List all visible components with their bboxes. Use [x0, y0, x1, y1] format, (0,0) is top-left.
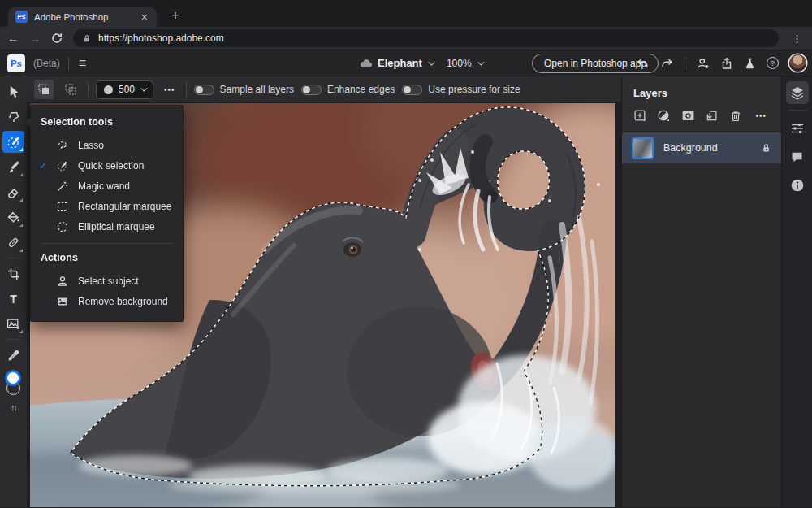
rail-separator	[788, 110, 807, 111]
check-icon: ✓	[39, 160, 56, 172]
layer-name: Background	[663, 142, 751, 154]
right-rail	[781, 76, 812, 507]
elliptical-marquee-icon	[56, 220, 78, 233]
sample-all-layers-toggle[interactable]: Sample all layers	[194, 84, 294, 95]
layers-rail-icon[interactable]	[786, 81, 809, 104]
comments-rail-icon[interactable]	[786, 145, 809, 168]
forward-icon[interactable]: →	[29, 33, 41, 44]
share-icon[interactable]	[720, 57, 733, 70]
lock-icon	[82, 33, 92, 44]
flyout-indicator	[19, 249, 23, 252]
add-image-tool[interactable]	[2, 313, 24, 335]
layer-lock-icon[interactable]	[761, 142, 771, 154]
refresh-icon[interactable]	[51, 33, 63, 44]
menu-item-rectangular-marquee[interactable]: Rectangular marquee	[31, 196, 183, 216]
help-icon[interactable]: ?	[767, 57, 779, 69]
adjustments-rail-icon[interactable]	[786, 117, 809, 140]
fill-tool[interactable]	[2, 206, 24, 228]
layer-mask-icon[interactable]	[681, 109, 695, 123]
undo-icon[interactable]	[636, 57, 650, 70]
layers-panel-title: Layers	[622, 76, 781, 108]
layers-actions: •••	[622, 108, 781, 132]
brush-tool[interactable]	[2, 156, 24, 178]
document-selector[interactable]: Elephant 100%	[358, 57, 482, 69]
lasso-tool[interactable]	[2, 106, 24, 128]
menu-item-lasso[interactable]: Lasso	[31, 135, 183, 155]
chevron-down-icon	[428, 59, 434, 65]
divider	[186, 82, 187, 97]
menu-item-elliptical-marquee[interactable]: Elliptical marquee	[31, 216, 183, 237]
flyout-indicator	[19, 173, 23, 176]
browser-tab[interactable]: Ps Adobe Photoshop ×	[8, 7, 157, 27]
toolbar-separator	[5, 258, 22, 258]
foreground-color-well[interactable]	[5, 370, 21, 386]
toggle-track[interactable]	[402, 85, 422, 95]
layer-row-background[interactable]: Background	[622, 132, 781, 163]
menu-item-magic-wand[interactable]: Magic wand	[31, 176, 183, 196]
menu-item-quick-selection[interactable]: ✓ Quick selection	[31, 155, 183, 176]
toolbar-separator	[5, 339, 22, 340]
user-avatar[interactable]	[789, 54, 806, 72]
delete-layer-icon[interactable]	[729, 110, 742, 123]
flyout-title: Selection tools	[31, 114, 183, 135]
subtract-from-selection-icon[interactable]	[61, 80, 80, 99]
lasso-icon	[56, 139, 78, 152]
invite-people-icon[interactable]	[696, 57, 710, 70]
menu-item-remove-background[interactable]: Remove background	[31, 291, 183, 311]
url-text: https://photoshop.adobe.com	[98, 33, 224, 44]
magic-wand-icon	[56, 180, 78, 193]
browser-address-bar: ← → https://photoshop.adobe.com ⋮	[0, 27, 812, 50]
eyedropper-tool[interactable]	[2, 344, 24, 366]
back-icon[interactable]: ←	[7, 33, 19, 44]
type-tool[interactable]: T	[2, 288, 24, 310]
more-options-icon[interactable]: •••	[161, 85, 179, 94]
flyout-indicator	[19, 148, 23, 151]
new-layer-icon[interactable]	[633, 109, 647, 123]
add-to-selection-icon[interactable]	[34, 80, 54, 99]
photoshop-favicon: Ps	[15, 11, 28, 23]
beaker-icon[interactable]	[744, 57, 756, 70]
info-rail-icon[interactable]	[786, 174, 809, 197]
menu-item-select-subject[interactable]: Select subject	[31, 271, 183, 291]
url-field[interactable]: https://photoshop.adobe.com	[73, 29, 779, 47]
crop-tool[interactable]	[2, 263, 24, 284]
menu-separator	[41, 243, 173, 244]
use-pressure-toggle[interactable]: Use pressure for size	[402, 84, 520, 95]
layers-more-icon[interactable]: •••	[752, 111, 770, 120]
workspace: T ↑↓	[0, 76, 812, 507]
brush-size-dropdown[interactable]: 500	[96, 80, 153, 99]
toggle-track[interactable]	[301, 85, 322, 95]
layer-thumbnail[interactable]	[632, 137, 654, 159]
canvas-column: 500 ••• Sample all layers Enhance edges …	[27, 76, 621, 507]
quick-selection-icon	[56, 159, 78, 172]
cloud-icon	[358, 57, 372, 69]
quick-selection-tool[interactable]	[2, 131, 24, 153]
app-header: Ps (Beta) ≡ Elephant 100% Open in Photos…	[0, 50, 812, 76]
browser-menu-icon[interactable]: ⋮	[789, 33, 805, 45]
photoshop-logo: Ps	[7, 54, 25, 72]
adjustment-layer-icon[interactable]	[657, 109, 671, 123]
tab-title: Adobe Photoshop	[34, 12, 133, 22]
color-wells[interactable]	[2, 370, 24, 397]
rectangular-marquee-icon	[56, 200, 78, 213]
hamburger-menu-icon[interactable]: ≡	[77, 57, 88, 70]
eraser-tool[interactable]	[2, 181, 24, 203]
swap-colors-icon[interactable]: ↑↓	[2, 400, 24, 415]
divider	[685, 57, 685, 70]
chevron-down-icon	[140, 85, 147, 91]
divider	[88, 82, 89, 97]
redo-icon[interactable]	[660, 57, 674, 70]
selection-tools-flyout: Selection tools Lasso ✓ Q	[30, 105, 184, 322]
chevron-down-icon	[477, 59, 484, 65]
healing-tool[interactable]	[2, 232, 24, 254]
enhance-edges-toggle[interactable]: Enhance edges	[301, 84, 395, 95]
arrange-layer-icon[interactable]	[705, 109, 719, 123]
divider	[68, 57, 69, 70]
tab-close-icon[interactable]: ×	[140, 11, 149, 23]
move-tool[interactable]	[2, 80, 24, 102]
new-tab-button[interactable]: +	[167, 7, 184, 24]
toggle-track[interactable]	[194, 85, 214, 95]
tool-bar: T ↑↓	[0, 76, 27, 507]
flyout-indicator	[19, 198, 23, 202]
actions-title: Actions	[31, 250, 183, 271]
